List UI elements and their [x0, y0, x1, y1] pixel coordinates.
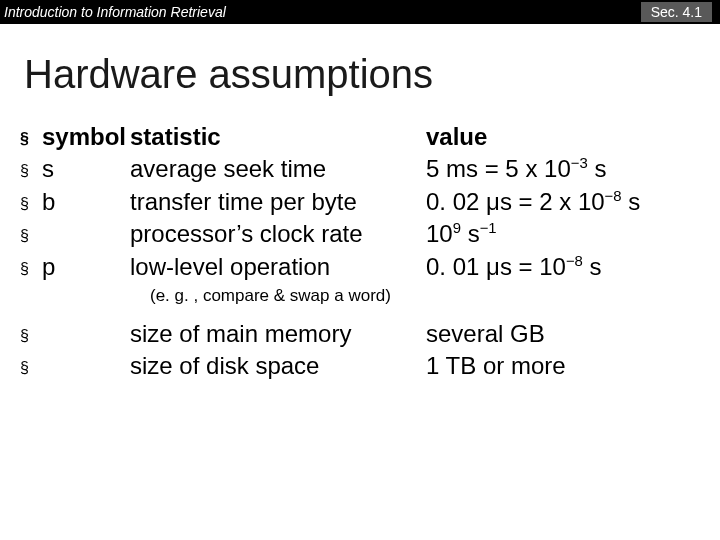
note-text: (e. g. , compare & swap a word) [150, 285, 720, 308]
cell-statistic: low-level operation [130, 251, 426, 283]
col-symbol: symbol [42, 121, 130, 153]
table-row: §processor’s clock rate109 s−1 [20, 218, 720, 250]
cell-statistic: processor’s clock rate [130, 218, 426, 250]
cell-value: 1 TB or more [426, 350, 720, 382]
cell-value: several GB [426, 318, 720, 350]
col-statistic: statistic [130, 121, 426, 153]
bullet-icon: § [20, 357, 42, 379]
cell-statistic: size of disk space [130, 350, 426, 382]
col-value: value [426, 121, 720, 153]
cell-statistic: average seek time [130, 153, 426, 185]
cell-value: 5 ms = 5 x 10−3 s [426, 153, 720, 185]
bullet-icon: § [20, 325, 42, 347]
bullet-icon: § [20, 193, 42, 215]
bullet-icon: § [20, 258, 42, 280]
table-row: §plow-level operation0. 01 μs = 10−8 s [20, 251, 720, 283]
column-headers: § symbol statistic value [20, 121, 720, 153]
header-section-badge: Sec. 4.1 [641, 2, 712, 22]
cell-value: 0. 01 μs = 10−8 s [426, 251, 720, 283]
table-row: §btransfer time per byte0. 02 μs = 2 x 1… [20, 186, 720, 218]
cell-statistic: size of main memory [130, 318, 426, 350]
cell-statistic: transfer time per byte [130, 186, 426, 218]
bullet-icon: § [20, 160, 42, 182]
cell-value: 109 s−1 [426, 218, 720, 250]
cell-symbol: p [42, 251, 130, 283]
bullet-icon: § [20, 225, 42, 247]
table-row: §size of disk space1 TB or more [20, 350, 720, 382]
slide-header: Introduction to Information Retrieval Se… [0, 0, 720, 24]
table-row: §saverage seek time5 ms = 5 x 10−3 s [20, 153, 720, 185]
bullet-icon: § [20, 128, 42, 150]
cell-symbol: b [42, 186, 130, 218]
slide-title: Hardware assumptions [24, 52, 720, 97]
table-row: §size of main memoryseveral GB [20, 318, 720, 350]
content-area: § symbol statistic value §saverage seek … [20, 121, 720, 383]
cell-value: 0. 02 μs = 2 x 10−8 s [426, 186, 720, 218]
header-left-text: Introduction to Information Retrieval [4, 4, 226, 20]
cell-symbol: s [42, 153, 130, 185]
